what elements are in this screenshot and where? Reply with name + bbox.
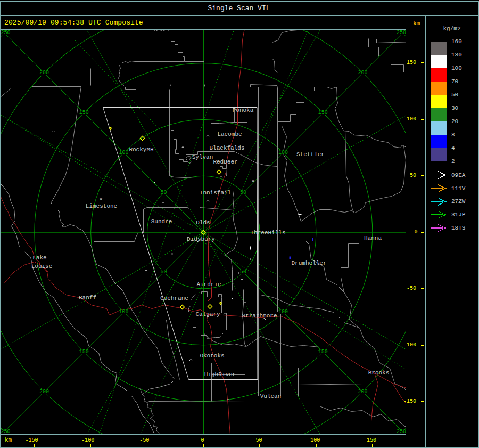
svg-text:HighRiver: HighRiver [204, 371, 236, 378]
svg-text:150: 150 [79, 349, 89, 355]
svg-text:50: 50 [240, 190, 246, 196]
svg-text:50: 50 [160, 269, 167, 275]
svg-text:*: * [251, 179, 255, 186]
svg-text:200: 200 [39, 389, 49, 395]
svg-text:Olds: Olds [196, 219, 210, 226]
svg-text:Okotoks: Okotoks [200, 353, 224, 359]
svg-text:50: 50 [410, 173, 416, 178]
svg-text:Airdrie: Airdrie [196, 281, 221, 288]
svg-text:100: 100 [451, 65, 462, 71]
svg-text:31JP: 31JP [451, 211, 466, 218]
svg-text:200: 200 [39, 70, 49, 76]
svg-text:50: 50 [240, 269, 246, 275]
svg-text:kg/m2: kg/m2 [443, 26, 460, 32]
svg-text:-150: -150 [403, 398, 416, 404]
svg-text:160: 160 [451, 38, 462, 45]
svg-text:18TS: 18TS [451, 225, 466, 231]
svg-text:250: 250 [397, 429, 406, 435]
svg-text:km: km [413, 20, 420, 27]
svg-text:0: 0 [201, 437, 204, 443]
svg-text:Ponoka: Ponoka [233, 107, 254, 113]
svg-text:0: 0 [414, 229, 417, 235]
svg-text:4: 4 [451, 145, 455, 151]
svg-text:Louise: Louise [31, 263, 53, 270]
svg-text:Calgary: Calgary [195, 311, 220, 317]
svg-text:250: 250 [1, 30, 10, 36]
svg-text:Brooks: Brooks [368, 370, 390, 376]
svg-text:Blackfalds: Blackfalds [209, 145, 244, 151]
svg-text:Strathmore: Strathmore [242, 313, 277, 319]
svg-text:Didsbury: Didsbury [187, 236, 215, 242]
svg-text:RockyMH: RockyMH [129, 146, 153, 153]
svg-text:*: * [99, 197, 103, 205]
svg-text:-50: -50 [139, 437, 149, 443]
svg-text:Drumheller: Drumheller [291, 260, 326, 266]
svg-text:100: 100 [278, 150, 288, 156]
svg-text:Lacombe: Lacombe [217, 131, 242, 137]
svg-text:ThreeHills: ThreeHills [250, 230, 285, 236]
svg-text:50: 50 [451, 92, 458, 98]
svg-text:200: 200 [358, 70, 368, 76]
svg-text:30: 30 [451, 105, 458, 111]
svg-text:Cochrane: Cochrane [160, 295, 188, 302]
svg-text:250: 250 [1, 429, 10, 435]
svg-text:8: 8 [451, 132, 455, 138]
svg-text:100: 100 [310, 437, 320, 443]
svg-text:50: 50 [160, 190, 167, 196]
svg-text:100: 100 [278, 309, 288, 315]
svg-text:Sylvan: Sylvan [192, 154, 213, 160]
svg-text:27ZW: 27ZW [451, 198, 466, 205]
svg-text:150: 150 [79, 110, 89, 116]
svg-text:Lake: Lake [32, 255, 46, 261]
svg-text:-100: -100 [403, 342, 416, 348]
svg-text:100: 100 [407, 116, 416, 122]
svg-text:09EA: 09EA [451, 172, 466, 178]
svg-text:-150: -150 [25, 437, 38, 443]
svg-text:Sundre: Sundre [151, 218, 172, 225]
svg-text:100: 100 [119, 309, 129, 315]
svg-text:Vulcan: Vulcan [260, 393, 282, 400]
svg-text:Hanna: Hanna [364, 235, 382, 241]
svg-text:250: 250 [397, 30, 406, 36]
svg-text:Innisfail: Innisfail [200, 190, 231, 196]
svg-text:RedDeer: RedDeer [213, 159, 237, 165]
svg-text:Banff: Banff [79, 295, 96, 301]
svg-text:2025/09/19 09:54:38 UTC Compos: 2025/09/19 09:54:38 UTC Composite [4, 19, 143, 27]
svg-text:Stettler: Stettler [296, 151, 325, 158]
svg-text:150: 150 [318, 349, 328, 355]
svg-text:50: 50 [255, 437, 262, 443]
svg-text:-50: -50 [407, 286, 416, 291]
svg-text:100: 100 [119, 150, 129, 156]
svg-text:200: 200 [358, 389, 368, 395]
svg-text:-100: -100 [81, 437, 94, 443]
svg-text:150: 150 [318, 110, 328, 116]
svg-text:km: km [5, 437, 12, 443]
svg-text:Single_Scan_VIL: Single_Scan_VIL [208, 4, 270, 12]
svg-text:111V: 111V [451, 185, 466, 192]
svg-text:130: 130 [451, 52, 462, 58]
svg-text:70: 70 [451, 78, 458, 85]
svg-text:150: 150 [367, 437, 376, 443]
svg-text:150: 150 [407, 60, 416, 66]
svg-text:20: 20 [451, 118, 458, 125]
svg-text:2: 2 [451, 158, 455, 165]
